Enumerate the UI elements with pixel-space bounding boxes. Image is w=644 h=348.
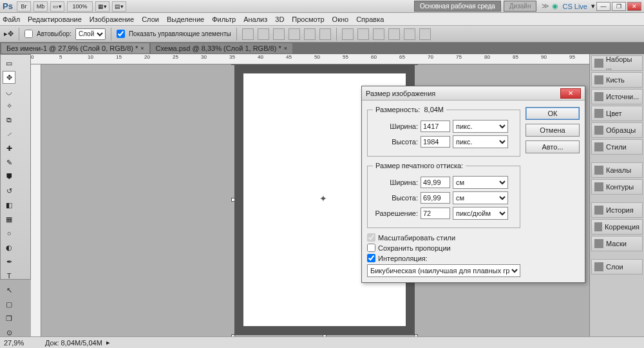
status-zoom[interactable]: 27,9% [4, 339, 32, 347]
px-height-unit[interactable]: пикс. [453, 135, 508, 148]
move-tool-preset-icon[interactable]: ▸✥ [4, 30, 14, 38]
px-width-input[interactable] [421, 121, 450, 132]
panel-brush[interactable]: Кисть [591, 72, 643, 88]
px-height-input[interactable] [421, 136, 450, 148]
constrain-checkbox[interactable] [367, 244, 375, 252]
dialog-titlebar[interactable]: Размер изображения ✕ [362, 86, 585, 101]
menu-3d[interactable]: 3D [275, 15, 284, 23]
print-width-input[interactable] [421, 177, 450, 188]
maximize-button[interactable]: ❐ [612, 2, 626, 11]
tool-brush[interactable]: ✎ [3, 156, 15, 169]
tool-move[interactable]: ✥ [3, 71, 15, 84]
panel-masks[interactable]: Маски [591, 236, 643, 251]
tool-wand[interactable]: ✧ [3, 99, 15, 112]
align-left-icon[interactable] [289, 28, 300, 40]
menu-image[interactable]: Изображение [90, 15, 134, 23]
resolution-input[interactable] [421, 208, 450, 219]
panel-swatches[interactable]: Образцы [591, 122, 643, 138]
dist-right-icon[interactable] [419, 28, 431, 40]
print-height-unit[interactable]: см [453, 191, 508, 204]
panel-paths[interactable]: Контуры [591, 179, 643, 195]
show-controls-checkbox[interactable] [117, 30, 125, 38]
panel-color[interactable]: Цвет [591, 106, 643, 121]
tool-eraser[interactable]: ◧ [3, 198, 15, 211]
menu-file[interactable]: Файл [3, 15, 20, 23]
tool-path[interactable]: ↖ [3, 284, 15, 296]
tool-type[interactable]: T [3, 269, 15, 282]
zoom-level-display[interactable]: 100% [67, 1, 93, 12]
tool-marquee[interactable]: ▭ [3, 57, 15, 70]
menu-view[interactable]: Просмотр [292, 15, 324, 23]
dist-bottom-icon[interactable] [373, 28, 384, 40]
tool-history[interactable]: ↺ [3, 184, 15, 197]
align-top-icon[interactable] [242, 28, 254, 40]
print-width-label: Ширина: [373, 179, 418, 186]
dist-left-icon[interactable] [388, 28, 400, 40]
minimize-button[interactable]: — [596, 2, 611, 11]
resolution-unit[interactable]: пикс/дюйм [453, 207, 508, 220]
menu-window[interactable]: Окно [332, 15, 349, 23]
workspace-main-button[interactable]: Основная рабочая среда [414, 1, 501, 12]
panel-source[interactable]: Источни... [591, 89, 643, 104]
menu-help[interactable]: Справка [356, 15, 384, 23]
menu-filter[interactable]: Фильтр [212, 15, 236, 23]
tool-blur[interactable]: ○ [3, 227, 15, 240]
menu-layers[interactable]: Слои [142, 15, 159, 23]
tool-shape[interactable]: ▢ [3, 298, 15, 311]
align-hmid-icon[interactable] [304, 28, 316, 40]
interp-checkbox[interactable] [367, 254, 375, 262]
panel-presets[interactable]: Наборы ... [591, 55, 643, 71]
dialog-close-button[interactable]: ✕ [560, 88, 581, 99]
ok-button[interactable]: ОК [526, 107, 580, 120]
view-extras-icon[interactable]: ▦▾ [95, 1, 109, 12]
align-bottom-icon[interactable] [273, 28, 285, 40]
panel-adjust[interactable]: Коррекция [591, 219, 643, 235]
tool-gradient[interactable]: ▦ [3, 213, 15, 226]
panel-history[interactable]: История [591, 202, 643, 218]
dist-top-icon[interactable] [342, 28, 354, 40]
tool-pen[interactable]: ✒ [3, 255, 15, 268]
px-width-unit[interactable]: пикс. [453, 120, 508, 133]
status-docinfo[interactable]: Док: 8,04M/5,04M [45, 339, 102, 347]
cancel-button[interactable]: Отмена [526, 124, 580, 137]
cslive-button[interactable]: CS Live [562, 3, 587, 10]
bridge-icon[interactable]: Br [17, 1, 31, 12]
tool-stamp[interactable]: ⛊ [3, 170, 15, 183]
panel-layers[interactable]: Слои [591, 259, 643, 275]
tool-heal[interactable]: ✚ [3, 142, 15, 155]
screenmode-icon[interactable]: ▭▾ [50, 1, 64, 12]
interp-dropdown[interactable]: Бикубическая (наилучшая для плавных град… [367, 264, 520, 277]
autoselect-dropdown[interactable]: Слой [75, 28, 106, 40]
auto-button[interactable]: Авто... [526, 140, 580, 153]
panel-channels[interactable]: Каналы [591, 162, 643, 178]
align-right-icon[interactable] [319, 28, 331, 40]
tool-dodge[interactable]: ◐ [3, 241, 15, 254]
tab-doc1-close-icon[interactable]: × [140, 45, 144, 52]
workspace-design-button[interactable]: Дизайн [504, 1, 537, 12]
dist-hmid-icon[interactable] [404, 28, 415, 40]
tab-doc1[interactable]: Без имени-1 @ 27,9% (Слой 0, RGB/8) *× [1, 43, 149, 53]
dist-vmid-icon[interactable] [357, 28, 369, 40]
tool-crop[interactable]: ⧉ [3, 113, 15, 126]
close-button[interactable]: ✕ [627, 2, 641, 11]
minibridge-icon[interactable]: Mb [33, 1, 48, 12]
print-height-input[interactable] [421, 192, 450, 204]
arrange-icon[interactable]: ▤▾ [112, 1, 126, 12]
tool-lasso[interactable]: ◡ [3, 85, 15, 98]
document-tabs: Без имени-1 @ 27,9% (Слой 0, RGB/8) *× С… [0, 43, 644, 54]
menu-select[interactable]: Выделение [167, 15, 204, 23]
tool-3d[interactable]: ❒ [3, 312, 15, 325]
tool-eyedropper[interactable]: ⟋ [3, 128, 15, 140]
autoselect-checkbox[interactable] [24, 30, 33, 38]
print-width-unit[interactable]: см [453, 176, 508, 189]
tab-doc2-close-icon[interactable]: × [284, 45, 287, 52]
menu-analysis[interactable]: Анализ [243, 15, 267, 23]
tab-doc2[interactable]: Схема.psd @ 8,33% (Слой 1, RGB/8) *× [151, 43, 292, 53]
toolbox: ▭ ✥ ◡ ✧ ⧉ ⟋ ✚ ✎ ⛊ ↺ ◧ ▦ ○ ◐ ✒ T ↖ ▢ ❒ ⊙ … [0, 54, 31, 280]
menu-edit[interactable]: Редактирование [28, 15, 82, 23]
align-vmid-icon[interactable] [258, 28, 269, 40]
workspace-more-icon[interactable]: ≫ [542, 2, 549, 10]
panel-styles[interactable]: Стили [591, 139, 643, 155]
cslive-dropdown-icon[interactable]: ▾ [591, 2, 595, 10]
status-arrow-icon[interactable]: ▸ [106, 338, 110, 347]
